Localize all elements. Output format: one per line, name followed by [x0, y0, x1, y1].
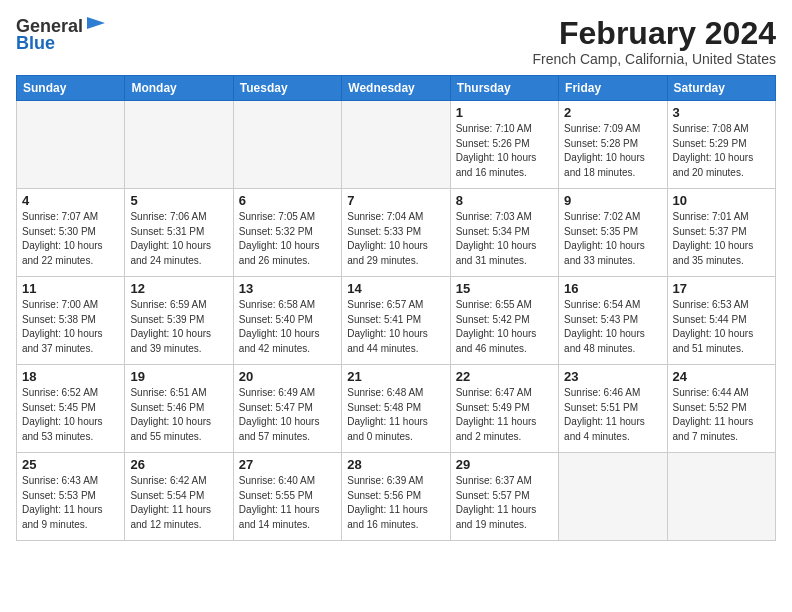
calendar-cell: 15Sunrise: 6:55 AM Sunset: 5:42 PM Dayli… — [450, 277, 558, 365]
weekday-header-thursday: Thursday — [450, 76, 558, 101]
weekday-header-wednesday: Wednesday — [342, 76, 450, 101]
day-number: 12 — [130, 281, 227, 296]
week-row-2: 11Sunrise: 7:00 AM Sunset: 5:38 PM Dayli… — [17, 277, 776, 365]
day-info: Sunrise: 6:37 AM Sunset: 5:57 PM Dayligh… — [456, 474, 553, 532]
day-number: 1 — [456, 105, 553, 120]
day-info: Sunrise: 6:54 AM Sunset: 5:43 PM Dayligh… — [564, 298, 661, 356]
day-info: Sunrise: 6:57 AM Sunset: 5:41 PM Dayligh… — [347, 298, 444, 356]
day-number: 18 — [22, 369, 119, 384]
calendar-cell: 13Sunrise: 6:58 AM Sunset: 5:40 PM Dayli… — [233, 277, 341, 365]
calendar-cell: 29Sunrise: 6:37 AM Sunset: 5:57 PM Dayli… — [450, 453, 558, 541]
calendar-cell: 26Sunrise: 6:42 AM Sunset: 5:54 PM Dayli… — [125, 453, 233, 541]
day-info: Sunrise: 7:05 AM Sunset: 5:32 PM Dayligh… — [239, 210, 336, 268]
day-number: 13 — [239, 281, 336, 296]
calendar-cell: 17Sunrise: 6:53 AM Sunset: 5:44 PM Dayli… — [667, 277, 775, 365]
calendar-cell: 8Sunrise: 7:03 AM Sunset: 5:34 PM Daylig… — [450, 189, 558, 277]
day-info: Sunrise: 7:02 AM Sunset: 5:35 PM Dayligh… — [564, 210, 661, 268]
week-row-0: 1Sunrise: 7:10 AM Sunset: 5:26 PM Daylig… — [17, 101, 776, 189]
day-info: Sunrise: 7:01 AM Sunset: 5:37 PM Dayligh… — [673, 210, 770, 268]
calendar-cell: 3Sunrise: 7:08 AM Sunset: 5:29 PM Daylig… — [667, 101, 775, 189]
day-info: Sunrise: 6:52 AM Sunset: 5:45 PM Dayligh… — [22, 386, 119, 444]
calendar-cell: 19Sunrise: 6:51 AM Sunset: 5:46 PM Dayli… — [125, 365, 233, 453]
calendar-cell — [342, 101, 450, 189]
logo-flag-icon — [85, 15, 107, 37]
day-number: 6 — [239, 193, 336, 208]
day-info: Sunrise: 6:40 AM Sunset: 5:55 PM Dayligh… — [239, 474, 336, 532]
calendar-cell: 24Sunrise: 6:44 AM Sunset: 5:52 PM Dayli… — [667, 365, 775, 453]
day-info: Sunrise: 6:46 AM Sunset: 5:51 PM Dayligh… — [564, 386, 661, 444]
calendar-cell: 27Sunrise: 6:40 AM Sunset: 5:55 PM Dayli… — [233, 453, 341, 541]
day-number: 17 — [673, 281, 770, 296]
week-row-3: 18Sunrise: 6:52 AM Sunset: 5:45 PM Dayli… — [17, 365, 776, 453]
calendar-cell: 22Sunrise: 6:47 AM Sunset: 5:49 PM Dayli… — [450, 365, 558, 453]
calendar-cell: 6Sunrise: 7:05 AM Sunset: 5:32 PM Daylig… — [233, 189, 341, 277]
day-info: Sunrise: 6:48 AM Sunset: 5:48 PM Dayligh… — [347, 386, 444, 444]
calendar-cell: 18Sunrise: 6:52 AM Sunset: 5:45 PM Dayli… — [17, 365, 125, 453]
calendar-cell: 7Sunrise: 7:04 AM Sunset: 5:33 PM Daylig… — [342, 189, 450, 277]
calendar-cell: 2Sunrise: 7:09 AM Sunset: 5:28 PM Daylig… — [559, 101, 667, 189]
calendar-cell — [17, 101, 125, 189]
day-info: Sunrise: 6:55 AM Sunset: 5:42 PM Dayligh… — [456, 298, 553, 356]
calendar-cell — [233, 101, 341, 189]
calendar-cell: 12Sunrise: 6:59 AM Sunset: 5:39 PM Dayli… — [125, 277, 233, 365]
day-info: Sunrise: 7:03 AM Sunset: 5:34 PM Dayligh… — [456, 210, 553, 268]
calendar-table: SundayMondayTuesdayWednesdayThursdayFrid… — [16, 75, 776, 541]
calendar-cell — [125, 101, 233, 189]
calendar-cell: 9Sunrise: 7:02 AM Sunset: 5:35 PM Daylig… — [559, 189, 667, 277]
day-number: 28 — [347, 457, 444, 472]
weekday-header-sunday: Sunday — [17, 76, 125, 101]
calendar-cell: 5Sunrise: 7:06 AM Sunset: 5:31 PM Daylig… — [125, 189, 233, 277]
calendar-cell: 23Sunrise: 6:46 AM Sunset: 5:51 PM Dayli… — [559, 365, 667, 453]
weekday-header-row: SundayMondayTuesdayWednesdayThursdayFrid… — [17, 76, 776, 101]
day-number: 24 — [673, 369, 770, 384]
day-info: Sunrise: 6:59 AM Sunset: 5:39 PM Dayligh… — [130, 298, 227, 356]
calendar-cell: 25Sunrise: 6:43 AM Sunset: 5:53 PM Dayli… — [17, 453, 125, 541]
svg-marker-0 — [87, 17, 105, 29]
location-subtitle: French Camp, California, United States — [532, 51, 776, 67]
calendar-cell — [559, 453, 667, 541]
calendar-cell: 14Sunrise: 6:57 AM Sunset: 5:41 PM Dayli… — [342, 277, 450, 365]
day-number: 25 — [22, 457, 119, 472]
day-number: 19 — [130, 369, 227, 384]
day-number: 14 — [347, 281, 444, 296]
day-number: 21 — [347, 369, 444, 384]
week-row-1: 4Sunrise: 7:07 AM Sunset: 5:30 PM Daylig… — [17, 189, 776, 277]
day-number: 29 — [456, 457, 553, 472]
month-title: February 2024 — [532, 16, 776, 51]
title-block: February 2024 French Camp, California, U… — [532, 16, 776, 67]
day-number: 23 — [564, 369, 661, 384]
weekday-header-monday: Monday — [125, 76, 233, 101]
day-info: Sunrise: 6:58 AM Sunset: 5:40 PM Dayligh… — [239, 298, 336, 356]
day-info: Sunrise: 6:44 AM Sunset: 5:52 PM Dayligh… — [673, 386, 770, 444]
day-number: 15 — [456, 281, 553, 296]
day-number: 9 — [564, 193, 661, 208]
day-number: 22 — [456, 369, 553, 384]
weekday-header-tuesday: Tuesday — [233, 76, 341, 101]
day-number: 11 — [22, 281, 119, 296]
weekday-header-friday: Friday — [559, 76, 667, 101]
day-number: 5 — [130, 193, 227, 208]
day-info: Sunrise: 7:07 AM Sunset: 5:30 PM Dayligh… — [22, 210, 119, 268]
calendar-cell: 4Sunrise: 7:07 AM Sunset: 5:30 PM Daylig… — [17, 189, 125, 277]
day-info: Sunrise: 7:00 AM Sunset: 5:38 PM Dayligh… — [22, 298, 119, 356]
day-info: Sunrise: 6:39 AM Sunset: 5:56 PM Dayligh… — [347, 474, 444, 532]
calendar-cell: 16Sunrise: 6:54 AM Sunset: 5:43 PM Dayli… — [559, 277, 667, 365]
week-row-4: 25Sunrise: 6:43 AM Sunset: 5:53 PM Dayli… — [17, 453, 776, 541]
day-info: Sunrise: 6:53 AM Sunset: 5:44 PM Dayligh… — [673, 298, 770, 356]
day-number: 10 — [673, 193, 770, 208]
day-info: Sunrise: 6:42 AM Sunset: 5:54 PM Dayligh… — [130, 474, 227, 532]
weekday-header-saturday: Saturday — [667, 76, 775, 101]
day-number: 27 — [239, 457, 336, 472]
calendar-cell: 1Sunrise: 7:10 AM Sunset: 5:26 PM Daylig… — [450, 101, 558, 189]
day-number: 16 — [564, 281, 661, 296]
day-number: 2 — [564, 105, 661, 120]
day-info: Sunrise: 7:09 AM Sunset: 5:28 PM Dayligh… — [564, 122, 661, 180]
day-number: 8 — [456, 193, 553, 208]
page-header: General Blue February 2024 French Camp, … — [16, 16, 776, 67]
day-info: Sunrise: 7:08 AM Sunset: 5:29 PM Dayligh… — [673, 122, 770, 180]
calendar-cell — [667, 453, 775, 541]
day-info: Sunrise: 6:43 AM Sunset: 5:53 PM Dayligh… — [22, 474, 119, 532]
day-number: 4 — [22, 193, 119, 208]
day-number: 7 — [347, 193, 444, 208]
calendar-cell: 10Sunrise: 7:01 AM Sunset: 5:37 PM Dayli… — [667, 189, 775, 277]
